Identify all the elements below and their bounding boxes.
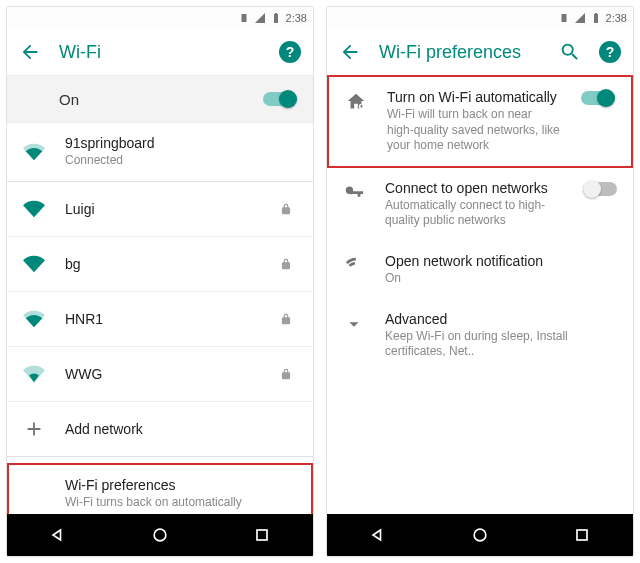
wifi-master-toggle-row[interactable]: On — [7, 75, 313, 123]
page-title: Wi-Fi — [59, 42, 261, 63]
pref-open-notification[interactable]: Open network notification On — [327, 241, 633, 299]
ssid: HNR1 — [65, 311, 255, 327]
nav-home-icon[interactable] — [150, 525, 170, 545]
lock-icon — [275, 367, 297, 381]
row-title: Turn on Wi-Fi automatically — [387, 89, 561, 105]
row-subtitle: On — [385, 271, 617, 287]
chevron-down-icon — [343, 313, 365, 335]
back-icon[interactable] — [339, 41, 361, 63]
nav-bar — [327, 514, 633, 556]
status-bar: 2:38 — [327, 7, 633, 29]
row-subtitle: Automatically connect to high-quality pu… — [385, 198, 563, 229]
page-title: Wi-Fi preferences — [379, 42, 541, 63]
wifi-preferences-row[interactable]: Wi-Fi preferences Wi-Fi turns back on au… — [7, 463, 313, 514]
lock-icon — [275, 257, 297, 271]
battery-icon — [270, 12, 282, 24]
no-sim-icon — [238, 12, 250, 24]
clock: 2:38 — [286, 12, 307, 24]
add-network-label: Add network — [65, 421, 297, 437]
open-networks-switch[interactable] — [583, 180, 617, 198]
signal-icon — [574, 12, 586, 24]
auto-wifi-switch[interactable] — [581, 89, 615, 107]
row-title: Wi-Fi preferences — [65, 477, 295, 493]
pref-advanced[interactable]: Advanced Keep Wi-Fi on during sleep, Ins… — [327, 299, 633, 372]
wifi-list: 91springboard Connected Luigi bg HNR1 — [7, 123, 313, 514]
row-title: Advanced — [385, 311, 617, 327]
pref-open-networks[interactable]: Connect to open networks Automatically c… — [327, 168, 633, 241]
app-bar: Wi-Fi preferences ? — [327, 29, 633, 75]
nav-bar — [7, 514, 313, 556]
nav-home-icon[interactable] — [470, 525, 490, 545]
network-row[interactable]: WWG — [7, 347, 313, 402]
row-title: Open network notification — [385, 253, 617, 269]
row-subtitle: Wi-Fi will turn back on near high-qualit… — [387, 107, 561, 154]
network-row[interactable]: Luigi — [7, 182, 313, 237]
phone-wifi-list: 2:38 Wi-Fi ? On 91springboard Connected — [6, 6, 314, 557]
battery-icon — [590, 12, 602, 24]
nav-back-icon[interactable] — [48, 525, 68, 545]
phone-wifi-preferences: 2:38 Wi-Fi preferences ? Turn on Wi-Fi a… — [326, 6, 634, 557]
notification-icon — [343, 255, 365, 277]
clock: 2:38 — [606, 12, 627, 24]
lock-icon — [275, 312, 297, 326]
wifi-signal-icon — [23, 253, 45, 275]
network-row[interactable]: HNR1 — [7, 292, 313, 347]
wifi-signal-icon — [23, 141, 45, 163]
row-subtitle: Keep Wi-Fi on during sleep, Install cert… — [385, 329, 617, 360]
add-network[interactable]: Add network — [7, 402, 313, 456]
ssid: bg — [65, 256, 255, 272]
signal-icon — [254, 12, 266, 24]
pref-auto-wifi[interactable]: Turn on Wi-Fi automatically Wi-Fi will t… — [327, 75, 633, 168]
wifi-signal-icon — [23, 363, 45, 385]
help-icon[interactable]: ? — [599, 41, 621, 63]
ssid: 91springboard — [65, 135, 255, 151]
home-wifi-icon — [345, 91, 367, 113]
ssid: Luigi — [65, 201, 255, 217]
status: Connected — [65, 153, 255, 169]
row-subtitle: Wi-Fi turns back on automatically — [65, 495, 295, 511]
network-row[interactable]: 91springboard Connected — [7, 123, 313, 181]
network-row[interactable]: bg — [7, 237, 313, 292]
lock-icon — [275, 202, 297, 216]
ssid: WWG — [65, 366, 255, 382]
wifi-signal-icon — [23, 308, 45, 330]
back-icon[interactable] — [19, 41, 41, 63]
nav-recent-icon[interactable] — [572, 525, 592, 545]
preferences-list: Turn on Wi-Fi automatically Wi-Fi will t… — [327, 75, 633, 514]
app-bar: Wi-Fi ? — [7, 29, 313, 75]
row-title: Connect to open networks — [385, 180, 563, 196]
wifi-signal-icon — [23, 198, 45, 220]
status-bar: 2:38 — [7, 7, 313, 29]
master-label: On — [59, 91, 263, 108]
nav-back-icon[interactable] — [368, 525, 388, 545]
plus-icon — [23, 418, 45, 440]
nav-recent-icon[interactable] — [252, 525, 272, 545]
key-icon — [343, 182, 365, 204]
wifi-switch[interactable] — [263, 90, 297, 108]
no-sim-icon — [558, 12, 570, 24]
search-icon[interactable] — [559, 41, 581, 63]
help-icon[interactable]: ? — [279, 41, 301, 63]
